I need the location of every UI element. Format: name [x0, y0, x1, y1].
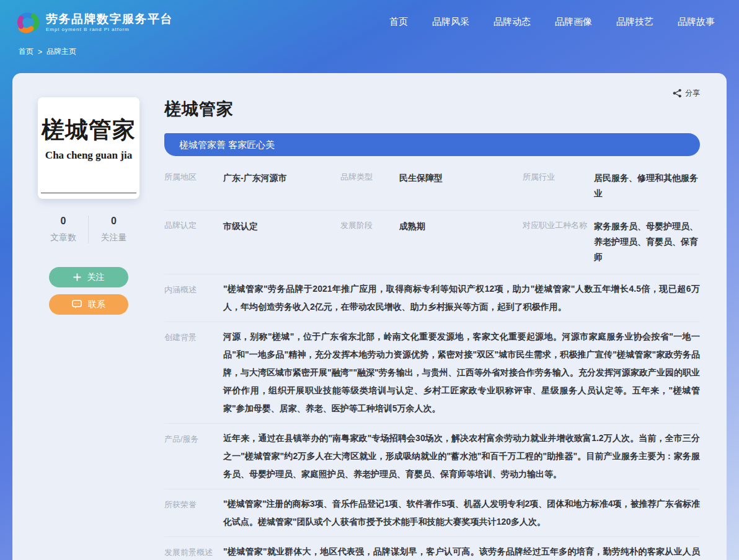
- info-certification-label: 品牌认定: [164, 219, 223, 265]
- platform-logo-text: 劳务品牌数字服务平台 Empl oyment B rand Pl atform: [46, 12, 173, 32]
- info-brand-type-label: 品牌类型: [340, 170, 399, 201]
- nav-brand-style[interactable]: 品牌风采: [432, 16, 469, 28]
- section-honors: 所获荣誉 "槎城管家"注册的商标3项、音乐作品登记1项、软件著作5项、机器人发明…: [164, 489, 700, 537]
- nav-brand-skill[interactable]: 品牌技艺: [616, 16, 653, 28]
- section-connotation-text: "槎城管家"劳务品牌于2021年推广应用，取得商标专利等知识产权12项，助力"槎…: [223, 280, 700, 316]
- info-row: 品牌认定 市级认定 发展阶段 成熟期 对应职业工种名称 家务服务员、母婴护理员、…: [164, 211, 700, 274]
- info-industry-value: 居民服务、修理和其他服务业: [594, 170, 700, 201]
- info-stage-label: 发展阶段: [340, 219, 399, 265]
- breadcrumb: 首页 > 品牌主页: [0, 38, 739, 57]
- follow-button[interactable]: 关注: [49, 267, 128, 287]
- brand-main-content: 槎城管家 槎城管家善 客家匠心美 所属地区 广东-广东河源市 品牌类型 民生保障…: [164, 73, 700, 560]
- info-certification: 品牌认定 市级认定: [164, 219, 340, 265]
- platform-logo[interactable]: 劳务品牌数字服务平台 Empl oyment B rand Pl atform: [14, 9, 173, 36]
- info-brand-type-value: 民生保障型: [399, 170, 444, 201]
- section-products-label: 产品/服务: [164, 429, 223, 483]
- brand-logo-chinese: 槎城管家: [42, 115, 136, 146]
- stat-articles-count: 0: [38, 216, 88, 227]
- brand-detail-card: 槎城管家 Cha cheng guan jia 0 文章数 0 关注量 关注: [12, 73, 727, 560]
- section-products-text: 近年来，通过在县镇举办的"南粤家政"专场招聘会30场次，解决农村富余劳动力就业并…: [223, 429, 700, 483]
- section-prospects-label: 发展前景概述: [164, 543, 223, 560]
- breadcrumb-current: 品牌主页: [46, 46, 76, 57]
- section-products: 产品/服务 近年来，通过在县镇举办的"南粤家政"专场招聘会30场次，解决农村富余…: [164, 424, 700, 489]
- section-background-label: 创建背景: [164, 328, 223, 418]
- info-occupations-label: 对应职业工种名称: [523, 219, 594, 265]
- top-bar: 劳务品牌数字服务平台 Empl oyment B rand Pl atform …: [0, 0, 739, 38]
- section-background: 创建背景 河源，别称"槎城"，位于广东省东北部，岭南文化重要发源地，客家文化重要…: [164, 322, 700, 424]
- info-region-label: 所属地区: [164, 170, 223, 201]
- chat-icon: [72, 300, 82, 309]
- platform-logo-icon: [14, 9, 41, 36]
- plus-icon: [73, 273, 81, 281]
- nav-brand-story[interactable]: 品牌故事: [678, 16, 715, 28]
- info-region-value: 广东-广东河源市: [223, 170, 288, 201]
- info-row: 所属地区 广东-广东河源市 品牌类型 民生保障型 所属行业 居民服务、修理和其他…: [164, 162, 700, 211]
- stat-followers-label: 关注量: [89, 232, 139, 243]
- platform-subtitle: Empl oyment B rand Pl atform: [46, 27, 173, 32]
- brand-stats: 0 文章数 0 关注量: [38, 216, 139, 243]
- brand-profile-panel: 槎城管家 Cha cheng guan jia 0 文章数 0 关注量 关注: [12, 73, 165, 315]
- brand-logo-image: 槎城管家 Cha cheng guan jia: [38, 97, 139, 199]
- follow-button-label: 关注: [87, 272, 105, 283]
- brand-logo-pinyin: Cha cheng guan jia: [45, 149, 132, 162]
- stat-articles-label: 文章数: [38, 232, 88, 243]
- info-occupations: 对应职业工种名称 家务服务员、母婴护理员、养老护理员、育婴员、保育师: [523, 219, 700, 265]
- section-background-text: 河源，别称"槎城"，位于广东省东北部，岭南文化重要发源地，客家文化重要起源地。河…: [223, 328, 700, 418]
- stat-followers-count: 0: [89, 216, 139, 227]
- section-connotation-label: 内涵概述: [164, 280, 223, 316]
- info-industry: 所属行业 居民服务、修理和其他服务业: [523, 170, 700, 201]
- brand-slogan-banner: 槎城管家善 客家匠心美: [164, 133, 700, 156]
- section-prospects-text: "槎城管家"就业群体大，地区代表强，品牌谋划早，客户认可高。该劳务品牌经过五年多…: [223, 543, 700, 560]
- info-region: 所属地区 广东-广东河源市: [164, 170, 340, 201]
- info-occupations-value: 家务服务员、母婴护理员、养老护理员、育婴员、保育师: [594, 219, 700, 265]
- contact-button[interactable]: 联系: [49, 294, 128, 315]
- info-stage: 发展阶段 成熟期: [340, 219, 523, 265]
- breadcrumb-home[interactable]: 首页: [19, 46, 33, 57]
- nav-brand-news[interactable]: 品牌动态: [493, 16, 531, 28]
- info-stage-value: 成熟期: [399, 219, 427, 265]
- platform-title: 劳务品牌数字服务平台: [46, 12, 173, 27]
- section-prospects: 发展前景概述 "槎城管家"就业群体大，地区代表强，品牌谋划早，客户认可高。该劳务…: [164, 537, 700, 560]
- stat-articles: 0 文章数: [38, 216, 89, 243]
- info-brand-type: 品牌类型 民生保障型: [340, 170, 523, 201]
- info-certification-value: 市级认定: [223, 219, 259, 265]
- contact-button-label: 联系: [88, 299, 105, 310]
- nav-brand-profile[interactable]: 品牌画像: [555, 16, 592, 28]
- info-industry-label: 所属行业: [523, 170, 594, 201]
- brand-info-grid: 所属地区 广东-广东河源市 品牌类型 民生保障型 所属行业 居民服务、修理和其他…: [164, 162, 700, 274]
- nav-home[interactable]: 首页: [389, 16, 408, 28]
- section-honors-label: 所获荣誉: [164, 495, 223, 531]
- section-connotation: 内涵概述 "槎城管家"劳务品牌于2021年推广应用，取得商标专利等知识产权12项…: [164, 274, 700, 322]
- stat-followers: 0 关注量: [89, 216, 139, 243]
- brand-name-title: 槎城管家: [164, 98, 700, 120]
- brand-logo-underline: [41, 193, 136, 193]
- breadcrumb-separator: >: [38, 48, 42, 56]
- section-honors-text: "槎城管家"注册的商标3项、音乐作品登记1项、软件著作5项、机器人发明专利2项、…: [223, 495, 700, 531]
- main-nav: 首页 品牌风采 品牌动态 品牌画像 品牌技艺 品牌故事: [389, 16, 720, 28]
